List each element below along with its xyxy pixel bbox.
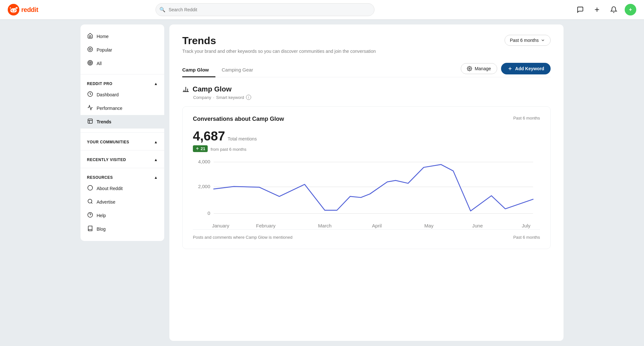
reddit-pro-label: REDDIT PRO xyxy=(87,82,112,86)
chat-icon xyxy=(577,6,584,13)
dashboard-icon xyxy=(87,91,93,98)
popular-icon xyxy=(87,46,93,53)
reddit-pro-header[interactable]: REDDIT PRO ▲ xyxy=(80,78,164,88)
tab-camping-gear-label: Camping Gear xyxy=(222,67,253,72)
blog-icon xyxy=(87,226,93,233)
sidebar-item-home-label: Home xyxy=(97,34,109,39)
line-chart-svg: 4,000 2,000 0 January February March Apr… xyxy=(193,159,540,229)
time-filter-label: Past 6 months xyxy=(510,38,539,43)
logo-area: reddit xyxy=(8,4,53,15)
bell-icon xyxy=(610,6,617,13)
page-title: Trends xyxy=(182,35,376,47)
all-icon xyxy=(87,60,93,67)
chart-header: Conversations about Camp Glow Past 6 mon… xyxy=(193,116,540,122)
svg-text:June: June xyxy=(472,223,483,228)
sidebar-item-help-label: Help xyxy=(97,213,106,218)
svg-text:January: January xyxy=(212,223,229,228)
resources-label: RESOURCES xyxy=(87,175,113,180)
sidebar-item-performance[interactable]: Performance xyxy=(80,101,164,115)
sidebar-item-popular[interactable]: Popular xyxy=(80,43,164,57)
sidebar-item-home[interactable]: Home xyxy=(80,30,164,43)
sidebar-item-help[interactable]: Help xyxy=(80,209,164,222)
chevron-down-icon xyxy=(541,38,545,43)
svg-point-18 xyxy=(88,199,92,203)
sidebar-item-advertise-label: Advertise xyxy=(97,199,115,205)
tab-camping-gear[interactable]: Camping Gear xyxy=(215,63,260,77)
change-row: 21 from past 6 months xyxy=(193,145,540,152)
recently-visited-label: RECENTLY VISITED xyxy=(87,158,126,162)
change-period: from past 6 months xyxy=(211,147,246,152)
chart-area: 4,000 2,000 0 January February March Apr… xyxy=(193,159,540,229)
sidebar-item-all[interactable]: All xyxy=(80,57,164,70)
recently-visited-collapse-icon: ▲ xyxy=(154,158,158,162)
your-communities-header[interactable]: YOUR COMMUNITIES ▲ xyxy=(80,137,164,146)
manage-button[interactable]: Manage xyxy=(461,63,497,74)
svg-text:2,000: 2,000 xyxy=(198,184,210,189)
add-keyword-button[interactable]: Add Keyword xyxy=(501,63,551,74)
keyword-info-icon[interactable]: i xyxy=(246,95,251,100)
sidebar-divider-1 xyxy=(80,74,164,74)
svg-point-6 xyxy=(10,7,11,9)
svg-point-2 xyxy=(12,10,13,11)
sidebar-item-about[interactable]: About Reddit xyxy=(80,182,164,195)
svg-text:March: March xyxy=(318,223,332,228)
resources-header[interactable]: RESOURCES ▲ xyxy=(80,172,164,182)
time-filter-button[interactable]: Past 6 months xyxy=(505,35,551,46)
performance-icon xyxy=(87,105,93,112)
search-input[interactable] xyxy=(156,3,374,16)
sidebar: Home Popular All REDDIT PRO ▲ xyxy=(80,24,164,241)
total-mentions-value: 4,687 xyxy=(193,129,225,143)
sidebar-item-all-label: All xyxy=(97,61,102,66)
svg-point-14 xyxy=(90,62,91,63)
sidebar-item-about-label: About Reddit xyxy=(97,186,123,191)
sidebar-item-blog[interactable]: Blog xyxy=(80,222,164,236)
add-button[interactable] xyxy=(591,4,603,15)
sidebar-item-popular-label: Popular xyxy=(97,47,112,53)
tabs-row: Camp Glow Camping Gear Manage Add Keywor… xyxy=(182,63,551,77)
svg-text:February: February xyxy=(256,223,276,228)
svg-point-3 xyxy=(14,10,16,11)
svg-text:0: 0 xyxy=(208,210,210,216)
sidebar-item-advertise[interactable]: Advertise xyxy=(80,195,164,209)
chat-button[interactable] xyxy=(574,4,586,15)
sidebar-divider-2 xyxy=(80,132,164,133)
keyword-header: Camp Glow xyxy=(182,85,551,93)
tab-camp-glow[interactable]: Camp Glow xyxy=(182,63,215,77)
chart-card: Conversations about Camp Glow Past 6 mon… xyxy=(182,106,551,249)
sidebar-item-trends-label: Trends xyxy=(97,119,111,124)
plus-icon xyxy=(593,6,601,13)
tabs-list: Camp Glow Camping Gear xyxy=(182,63,260,77)
topnav: reddit 🔍 + xyxy=(0,0,644,19)
total-mentions-label: Total mentions xyxy=(228,136,257,141)
gear-icon xyxy=(467,66,472,71)
sidebar-item-blog-label: Blog xyxy=(97,226,106,232)
recently-visited-header[interactable]: RECENTLY VISITED ▲ xyxy=(80,154,164,164)
tab-camp-glow-label: Camp Glow xyxy=(182,67,209,72)
arrow-up-icon xyxy=(195,147,199,151)
reddit-pro-collapse-icon: ▲ xyxy=(154,82,158,86)
chart-title: Conversations about Camp Glow xyxy=(193,116,284,122)
svg-rect-16 xyxy=(88,119,92,123)
resources-collapse-icon: ▲ xyxy=(154,175,158,180)
user-avatar[interactable]: + xyxy=(625,4,636,15)
sidebar-item-trends[interactable]: Trends xyxy=(80,115,164,129)
svg-point-13 xyxy=(89,62,92,64)
advertise-icon xyxy=(87,198,93,206)
posts-footer-left: Posts and comments where Camp Glow is me… xyxy=(193,235,292,240)
add-keyword-label: Add Keyword xyxy=(515,66,544,71)
your-communities-collapse-icon: ▲ xyxy=(154,140,158,144)
resources-section: RESOURCES ▲ About Reddit Advertise Help xyxy=(80,171,164,237)
your-communities-section: YOUR COMMUNITIES ▲ xyxy=(80,135,164,148)
keyword-meta: Company · Smart keyword i xyxy=(193,95,551,100)
svg-line-19 xyxy=(91,202,92,203)
svg-point-17 xyxy=(88,186,93,190)
posts-footer-right: Past 6 months xyxy=(513,235,540,240)
sidebar-item-performance-label: Performance xyxy=(97,106,122,111)
nav-actions: + xyxy=(574,4,636,15)
main-content: Trends Track your brand and other keywor… xyxy=(169,24,564,341)
notifications-button[interactable] xyxy=(608,4,620,15)
reddit-pro-section: REDDIT PRO ▲ Dashboard Performance Tren xyxy=(80,77,164,130)
main-nav-section: Home Popular All xyxy=(80,28,164,72)
sidebar-item-dashboard[interactable]: Dashboard xyxy=(80,88,164,101)
search-bar: 🔍 xyxy=(156,3,374,16)
